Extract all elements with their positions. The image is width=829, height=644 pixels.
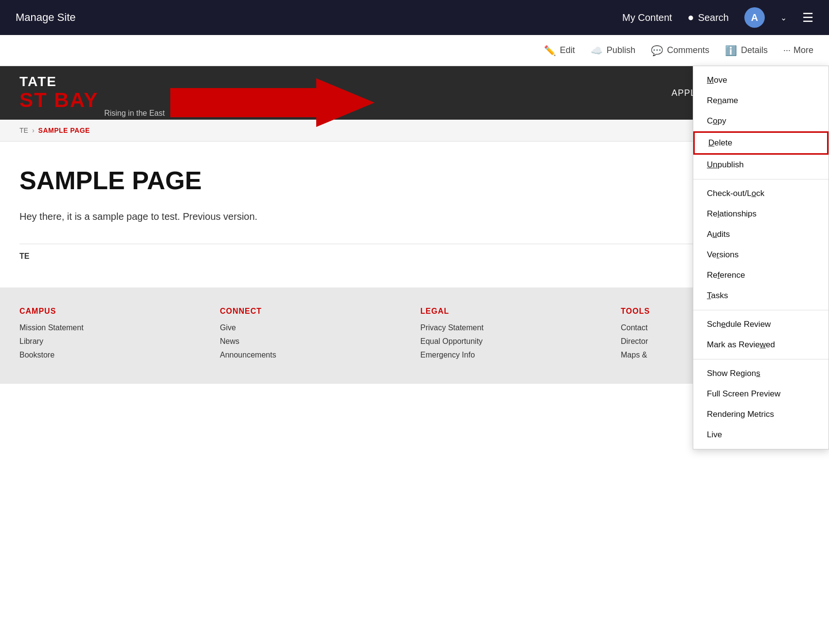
- dropdown-rename[interactable]: Rename: [693, 90, 829, 111]
- footer-announcements[interactable]: Announcements: [220, 351, 409, 359]
- footer-connect-header: CONNECT: [220, 307, 409, 316]
- dropdown-show-regions[interactable]: Show Regions: [693, 363, 829, 384]
- chevron-down-icon[interactable]: ⌄: [780, 13, 787, 22]
- footer-emergency-info[interactable]: Emergency Info: [420, 351, 609, 359]
- breadcrumb-home[interactable]: TE: [19, 126, 28, 134]
- dropdown-divider-1: [693, 179, 829, 179]
- dropdown-mark-as-reviewed[interactable]: Mark as Reviewed: [693, 335, 829, 355]
- search-button[interactable]: ● Search: [687, 11, 729, 24]
- dropdown-move[interactable]: Move: [693, 70, 829, 90]
- breadcrumb-separator: ›: [32, 126, 35, 134]
- breadcrumb-current: SAMPLE PAGE: [38, 126, 90, 134]
- comments-label: Comments: [667, 45, 709, 55]
- details-button[interactable]: ℹ️ Details: [725, 45, 768, 56]
- dropdown-schedule-review[interactable]: Schedule Review: [693, 314, 829, 335]
- more-dropdown-menu: Move Rename Copy Delete Unpublish Check-…: [693, 66, 829, 449]
- dropdown-divider-3: [693, 359, 829, 359]
- sidebar-label: TE: [19, 252, 29, 260]
- hamburger-icon[interactable]: ☰: [802, 10, 813, 25]
- footer-mission-statement[interactable]: Mission Statement: [19, 323, 208, 332]
- dropdown-relationships[interactable]: Relationships: [693, 204, 829, 224]
- dropdown-copy[interactable]: Copy: [693, 111, 829, 131]
- site-title: Manage Site: [16, 11, 622, 24]
- footer-column-connect: CONNECT Give News Announcements: [220, 307, 409, 364]
- footer-column-campus: CAMPUS Mission Statement Library Booksto…: [19, 307, 208, 364]
- user-initial: A: [751, 12, 758, 23]
- footer-give[interactable]: Give: [220, 323, 409, 332]
- dropdown-full-screen-preview[interactable]: Full Screen Preview: [693, 384, 829, 404]
- edit-icon: ✏️: [544, 45, 556, 56]
- dropdown-versions[interactable]: Versions: [693, 245, 829, 265]
- info-icon: ℹ️: [725, 45, 737, 56]
- footer-column-legal: LEGAL Privacy Statement Equal Opportunit…: [420, 307, 609, 364]
- dropdown-reference[interactable]: Reference: [693, 265, 829, 286]
- breadcrumb: TE › SAMPLE PAGE: [19, 126, 810, 134]
- my-content-link[interactable]: My Content: [622, 12, 672, 23]
- publish-icon: ☁️: [591, 45, 603, 56]
- dropdown-audits[interactable]: Audits: [693, 224, 829, 245]
- more-button[interactable]: ··· More: [783, 45, 813, 55]
- dropdown-checkout-lock[interactable]: Check-out/Lock: [693, 183, 829, 204]
- dropdown-delete[interactable]: Delete: [693, 131, 829, 155]
- top-navigation: Manage Site My Content ● Search A ⌄ ☰: [0, 0, 829, 35]
- top-nav-right: My Content ● Search A ⌄ ☰: [622, 7, 813, 28]
- footer-columns: CAMPUS Mission Statement Library Booksto…: [19, 307, 810, 364]
- footer-bookstore[interactable]: Bookstore: [19, 351, 208, 359]
- details-label: Details: [741, 45, 768, 55]
- page-body-text: Hey there, it is a sample page to test. …: [19, 209, 810, 224]
- more-label: More: [793, 45, 813, 55]
- logo-tagline: Rising in the East: [104, 109, 165, 120]
- footer-campus-header: CAMPUS: [19, 307, 208, 316]
- logo-state-text: TATE: [19, 74, 98, 89]
- university-logo: TATE ST BAY: [19, 74, 98, 112]
- edit-button[interactable]: ✏️ Edit: [544, 45, 575, 56]
- dropdown-live[interactable]: Live: [693, 425, 829, 445]
- publish-label: Publish: [607, 45, 635, 55]
- content-toolbar: ✏️ Edit ☁️ Publish 💬 Comments ℹ️ Details…: [0, 35, 829, 66]
- logo-bay-text: ST BAY: [19, 89, 98, 111]
- more-dots-icon: ···: [783, 45, 791, 55]
- dropdown-divider-2: [693, 310, 829, 310]
- footer-legal-header: LEGAL: [420, 307, 609, 316]
- search-label: Search: [698, 12, 729, 23]
- footer-privacy-statement[interactable]: Privacy Statement: [420, 323, 609, 332]
- search-icon: ●: [687, 11, 694, 24]
- footer-library[interactable]: Library: [19, 337, 208, 346]
- footer-news[interactable]: News: [220, 337, 409, 346]
- publish-button[interactable]: ☁️ Publish: [591, 45, 635, 56]
- comments-button[interactable]: 💬 Comments: [651, 45, 709, 56]
- dropdown-unpublish[interactable]: Unpublish: [693, 155, 829, 175]
- comments-icon: 💬: [651, 45, 663, 56]
- edit-label: Edit: [560, 45, 575, 55]
- dropdown-rendering-metrics[interactable]: Rendering Metrics: [693, 404, 829, 425]
- user-avatar[interactable]: A: [744, 7, 765, 28]
- page-title: SAMPLE PAGE: [19, 166, 810, 195]
- dropdown-tasks[interactable]: Tasks: [693, 286, 829, 306]
- footer-equal-opportunity[interactable]: Equal Opportunity: [420, 337, 609, 346]
